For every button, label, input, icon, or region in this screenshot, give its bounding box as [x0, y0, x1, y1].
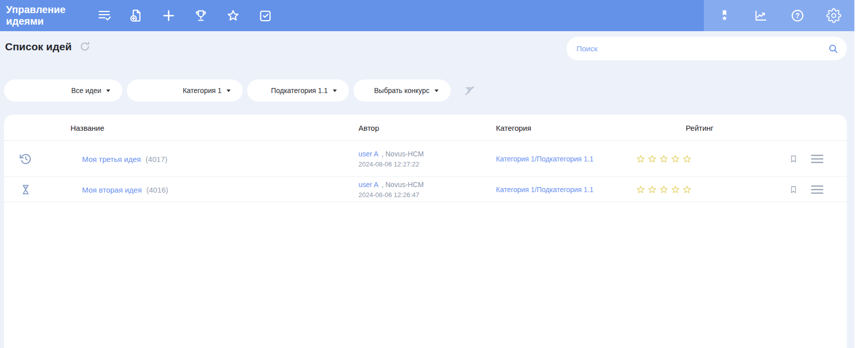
column-header-author: Автор [358, 123, 379, 132]
idea-date: 2024-08-06 12:26:47 [358, 190, 424, 199]
plus-icon[interactable] [161, 8, 176, 23]
app-window: Управление идеями [0, 0, 854, 348]
filter-bar: Все идеи Категория 1 Подкатегория 1.1 Вы… [4, 79, 476, 102]
clear-filters-icon[interactable] [463, 84, 476, 97]
medal-icon[interactable] [717, 8, 732, 23]
box-check-icon[interactable] [258, 8, 273, 23]
idea-title: Моя вторая идея (4016) [82, 185, 168, 194]
chevron-down-icon [106, 90, 110, 92]
idea-author: user A, Novus-HCM 2024-08-06 12:27:22 [358, 149, 424, 168]
star-icon[interactable] [670, 153, 681, 164]
filter-subcategory[interactable]: Подкатегория 1.1 [247, 79, 349, 102]
row-menu-icon[interactable] [811, 154, 824, 163]
rating-stars[interactable] [635, 153, 692, 164]
chevron-down-icon [333, 90, 337, 92]
app-logo-title[interactable]: Управление идеями [6, 4, 88, 27]
list-check-icon[interactable] [97, 8, 112, 23]
trophy-icon[interactable] [193, 8, 208, 23]
hourglass-icon [19, 183, 32, 196]
author-link[interactable]: user A [358, 149, 379, 157]
bookmark-icon[interactable] [788, 153, 799, 164]
star-icon[interactable] [226, 8, 241, 23]
star-icon[interactable] [659, 184, 669, 195]
file-add-icon[interactable] [129, 8, 144, 23]
idea-title-link[interactable]: Моя третья идея [82, 154, 141, 163]
star-icon[interactable] [647, 184, 658, 195]
search-box [566, 37, 847, 60]
table-row: Моя третья идея (4017) user A, Novus-HCM… [4, 141, 847, 177]
filter-category[interactable]: Категория 1 [127, 79, 243, 102]
page-title: Список идей [5, 41, 71, 53]
settings-icon[interactable] [826, 8, 841, 23]
column-header-rating: Рейтинг [686, 123, 713, 132]
topbar-right-panel: ? [704, 0, 854, 31]
help-icon[interactable]: ? [790, 8, 805, 23]
star-icon[interactable] [682, 153, 692, 164]
idea-title-link[interactable]: Моя вторая идея [82, 185, 142, 194]
refresh-icon[interactable] [79, 40, 91, 53]
author-org: , Novus-HCM [382, 149, 424, 157]
filter-idea-scope[interactable]: Все идеи [4, 79, 122, 102]
table-row: Моя вторая идея (4016) user A, Novus-HCM… [4, 177, 847, 202]
author-link[interactable]: user A [358, 180, 379, 188]
search-icon[interactable] [828, 43, 839, 54]
idea-id: (4017) [146, 154, 167, 163]
idea-date: 2024-08-06 12:27:22 [358, 159, 424, 168]
table-header-row: Название Автор Категория Рейтинг [4, 115, 847, 141]
star-icon[interactable] [635, 184, 646, 195]
idea-id: (4016) [147, 185, 168, 194]
idea-title: Моя третья идея (4017) [82, 154, 167, 163]
chevron-down-icon [227, 90, 231, 92]
ideas-table: Название Автор Категория Рейтинг [4, 115, 847, 348]
row-menu-icon[interactable] [811, 185, 824, 194]
top-navigation-bar: Управление идеями [0, 0, 704, 31]
idea-category-link[interactable]: Категория 1/Подкатегория 1.1 [496, 186, 594, 194]
topbar-left-icons [97, 8, 273, 23]
rating-stars[interactable] [635, 184, 692, 195]
star-icon[interactable] [635, 153, 646, 164]
star-icon[interactable] [659, 153, 669, 164]
bookmark-icon[interactable] [788, 184, 799, 195]
history-icon [19, 152, 32, 165]
svg-text:?: ? [795, 12, 800, 20]
search-input[interactable] [576, 44, 828, 53]
star-icon[interactable] [682, 184, 692, 195]
row-status-icon [19, 152, 32, 165]
column-header-category: Категория [496, 123, 531, 132]
idea-author: user A, Novus-HCM 2024-08-06 12:26:47 [358, 180, 424, 199]
column-header-name: Название [70, 123, 104, 132]
row-status-icon [19, 183, 32, 196]
chart-icon[interactable] [753, 8, 768, 23]
star-icon[interactable] [670, 184, 681, 195]
author-org: , Novus-HCM [382, 180, 424, 188]
star-icon[interactable] [647, 153, 658, 164]
filter-contest[interactable]: Выбрать конкурс [353, 79, 451, 102]
idea-category-link[interactable]: Категория 1/Подкатегория 1.1 [496, 155, 594, 163]
chevron-down-icon [435, 90, 439, 92]
